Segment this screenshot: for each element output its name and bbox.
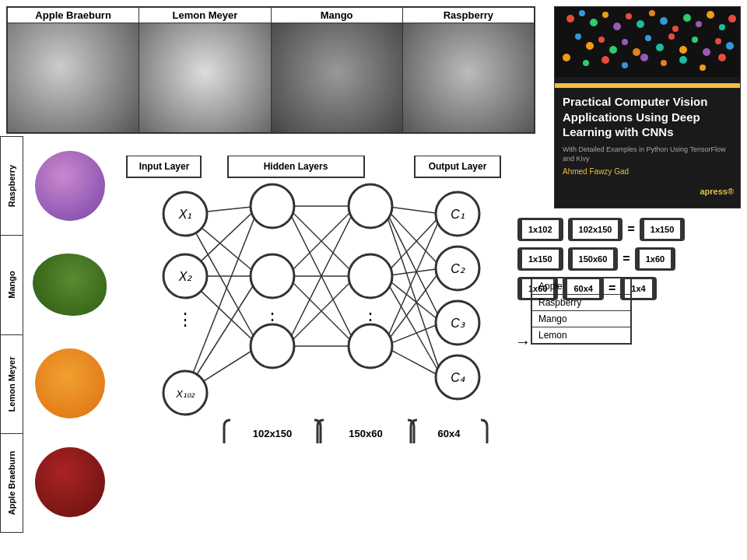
neural-network-diagram: Input Layer Hidden Layers Output Layer X… — [115, 156, 528, 443]
svg-text:X₁₀₂: X₁₀₂ — [175, 388, 195, 400]
svg-line-63 — [384, 206, 442, 268]
lemon-color-box — [25, 334, 114, 432]
svg-point-24 — [679, 46, 687, 54]
matrix-row-1: 1x102 102x150 = 1x150 — [515, 218, 741, 241]
svg-point-35 — [679, 56, 687, 64]
svg-point-25 — [692, 37, 698, 43]
svg-point-86 — [349, 254, 392, 298]
svg-point-37 — [718, 54, 726, 61]
svg-point-20 — [633, 48, 640, 56]
top-fruit-images: Apple Braeburn Lemon Meyer Mango Raspber… — [6, 6, 535, 134]
fruit-color-images — [25, 136, 114, 531]
svg-point-26 — [703, 48, 710, 56]
output-apple: Apple — [532, 278, 630, 295]
svg-point-0 — [566, 15, 574, 23]
raspberry-image — [403, 23, 534, 132]
svg-point-81 — [251, 184, 294, 228]
output-raspberry: Raspberry — [532, 295, 630, 311]
svg-text:⋮: ⋮ — [177, 310, 194, 329]
svg-point-34 — [661, 60, 667, 66]
svg-point-33 — [640, 54, 648, 61]
svg-point-30 — [583, 60, 589, 66]
svg-point-17 — [598, 37, 605, 43]
mango-box: Mango — [272, 8, 403, 132]
svg-point-21 — [645, 35, 651, 41]
svg-text:Input Layer: Input Layer — [139, 161, 190, 172]
apple-color-box — [25, 432, 114, 531]
output-mango: Mango — [532, 311, 630, 327]
lemon-meyer-box: Lemon Meyer — [139, 8, 271, 132]
svg-point-12 — [707, 11, 714, 19]
svg-point-16 — [586, 42, 594, 50]
book-publisher: apress® — [555, 187, 740, 196]
svg-text:C₁: C₁ — [451, 208, 465, 221]
svg-point-28 — [726, 42, 734, 50]
svg-text:102x150: 102x150 — [253, 428, 293, 439]
svg-point-5 — [626, 13, 632, 19]
matrix-equations: 1x102 102x150 = 1x150 1x150 150x60 = 1x6… — [515, 218, 741, 376]
matrix-row-2: 1x150 150x60 = 1x60 — [515, 247, 741, 271]
book-author: Ahmed Fawzy Gad — [563, 167, 732, 176]
matrix-150x60: 150x60 — [568, 247, 619, 271]
matrix-result-1x150: 1x150 — [640, 218, 686, 241]
output-lemon: Lemon — [532, 327, 630, 343]
svg-text:150x60: 150x60 — [349, 428, 382, 439]
mango-color-box — [25, 235, 114, 334]
svg-text:C₃: C₃ — [451, 317, 465, 330]
svg-point-82 — [251, 254, 294, 298]
svg-point-32 — [622, 62, 628, 68]
svg-point-14 — [728, 15, 736, 23]
svg-point-11 — [696, 21, 702, 27]
svg-point-29 — [563, 54, 570, 61]
lemon-color-image — [35, 348, 105, 418]
svg-text:X₁: X₁ — [178, 208, 192, 221]
svg-point-7 — [649, 10, 655, 16]
matrix-102x150: 102x150 — [568, 218, 623, 241]
matrix-equals-1: = — [627, 222, 634, 236]
svg-text:C₂: C₂ — [451, 262, 465, 275]
apple-color-image — [35, 447, 105, 517]
matrix-1x102: 1x102 — [517, 218, 563, 241]
svg-text:60x4: 60x4 — [438, 428, 461, 439]
svg-point-19 — [622, 39, 628, 45]
svg-point-88 — [349, 324, 392, 368]
svg-point-23 — [668, 33, 675, 40]
svg-point-1 — [579, 10, 585, 16]
raspberry-color-image — [35, 151, 105, 221]
svg-point-22 — [656, 44, 664, 51]
svg-point-2 — [590, 19, 598, 26]
svg-text:Output Layer: Output Layer — [429, 161, 487, 172]
side-label-mango: Mango — [0, 235, 23, 334]
book-title: Practical Computer Vision Applications U… — [563, 94, 732, 140]
output-class-box: Apple Raspberry Mango Lemon — [531, 277, 632, 345]
mango-image — [272, 23, 402, 132]
book-cover: Practical Computer Vision Applications U… — [554, 6, 741, 208]
svg-point-36 — [700, 65, 706, 71]
svg-point-4 — [613, 23, 621, 30]
svg-point-85 — [349, 184, 392, 228]
svg-point-9 — [672, 26, 679, 32]
side-labels: Raspberry Mango Lemon Meyer Apple Braebu… — [0, 136, 23, 533]
svg-point-18 — [609, 46, 617, 54]
svg-point-31 — [601, 56, 609, 64]
lemon-meyer-label: Lemon Meyer — [139, 8, 270, 23]
svg-point-13 — [719, 24, 725, 30]
svg-point-8 — [660, 17, 668, 25]
mango-color-image — [33, 254, 107, 316]
apple-braeburn-box: Apple Braeburn — [8, 8, 139, 132]
apple-braeburn-label: Apple Braeburn — [8, 8, 139, 23]
matrix-equals-2: = — [622, 252, 630, 266]
svg-text:C₄: C₄ — [451, 371, 465, 384]
svg-point-15 — [575, 33, 581, 40]
raspberry-color-box — [25, 136, 114, 235]
book-title-area: Practical Computer Vision Applications U… — [555, 88, 740, 182]
mango-label: Mango — [272, 8, 402, 23]
book-subtitle: With Detailed Examples in Python Using T… — [563, 145, 732, 164]
svg-point-3 — [602, 12, 608, 18]
svg-point-84 — [251, 324, 294, 368]
side-label-raspberry: Raspberry — [0, 136, 23, 235]
apple-braeburn-image — [8, 23, 139, 132]
raspberry-label: Raspberry — [403, 8, 534, 23]
svg-point-6 — [637, 20, 644, 28]
raspberry-box: Raspberry — [403, 8, 534, 132]
